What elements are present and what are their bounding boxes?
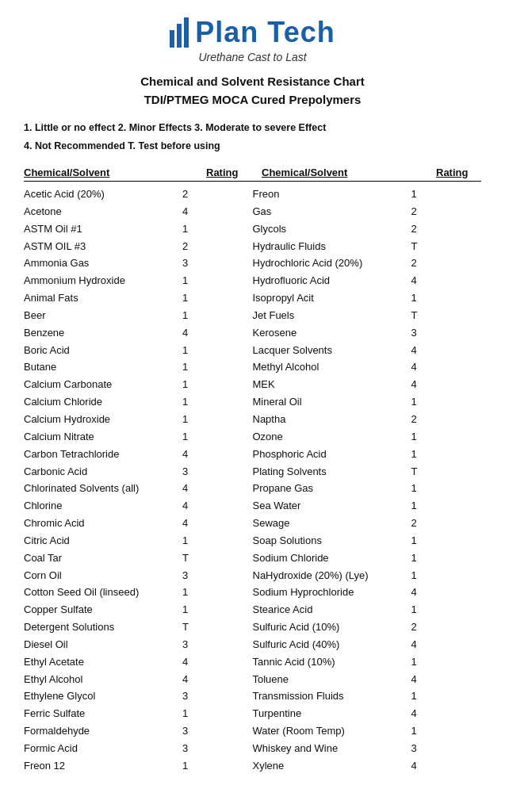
rating-val-right: 2: [411, 620, 459, 635]
chem-name-left: Carbonic Acid: [24, 465, 182, 480]
table-header: Chemical/Solvent Rating Chemical/Solvent…: [24, 167, 481, 182]
table-row: Plating SolventsT: [253, 463, 482, 481]
rating-val-left: T: [182, 551, 230, 566]
chem-name-left: Acetone: [24, 205, 182, 220]
chem-name-left: Copper Sulfate: [24, 603, 182, 618]
rating-val-right: 4: [411, 759, 459, 774]
chem-name-right: Tannic Acid (10%): [253, 655, 411, 670]
rating-val-left: T: [182, 620, 230, 635]
rating-val-right: 1: [411, 447, 459, 462]
chem-name-left: Cotton Seed Oil (linseed): [24, 585, 182, 600]
table-row: ASTM Oil #11: [24, 220, 253, 238]
rating-val-right: 1: [411, 569, 459, 584]
rating-val-right: 1: [411, 187, 459, 202]
header-rating-left: Rating: [206, 167, 262, 178]
rating-val-left: 3: [182, 638, 230, 653]
rating-val-right: 4: [411, 638, 459, 653]
table-row: Sodium Hyprochloride4: [253, 584, 482, 602]
table-row: Lacquer Solvents4: [253, 342, 482, 359]
table-row: Carbonic Acid3: [24, 463, 253, 481]
logo-plan: Plan: [195, 16, 258, 48]
table-row: Calcium Chloride1: [24, 394, 253, 412]
rating-val-left: 3: [182, 465, 230, 480]
chem-name-right: Isopropyl Acit: [253, 291, 411, 306]
table-row: Isopropyl Acit1: [253, 290, 482, 308]
rating-val-left: 1: [182, 222, 230, 237]
rating-val-right: T: [411, 465, 459, 480]
chem-name-right: Sulfuric Acid (10%): [253, 620, 411, 635]
table-row: Acetic Acid (20%)2: [24, 186, 253, 204]
rating-val-right: 2: [411, 222, 459, 237]
table-row: Formic Acid3: [24, 741, 253, 758]
table-row: Hydrofluoric Acid4: [253, 273, 482, 290]
rating-val-left: 1: [182, 430, 230, 445]
table-row: Coal TarT: [24, 550, 253, 567]
table-row: Animal Fats1: [24, 290, 253, 308]
chem-name-left: Ammonium Hydroxide: [24, 274, 182, 289]
legend: 1. Little or no effect 2. Minor Effects …: [24, 120, 481, 155]
chem-name-left: Boric Acid: [24, 343, 182, 358]
table-row: Water (Room Temp)1: [253, 723, 482, 741]
rating-val-right: T: [411, 239, 459, 255]
logo-bars-icon: [170, 17, 189, 48]
table-row: Glycols2: [253, 220, 482, 238]
table-row: Formaldehyde3: [24, 723, 253, 741]
rating-val-right: 3: [411, 741, 459, 756]
table-row: Calcium Carbonate1: [24, 377, 253, 394]
table-row: Ethyl Alcohol4: [24, 671, 253, 688]
table-row: Corn Oil3: [24, 567, 253, 584]
rating-val-left: 3: [182, 256, 230, 271]
page-header: Plan Tech Urethane Cast to Last Chemical…: [24, 16, 481, 109]
left-column: Acetic Acid (20%)2Acetone4ASTM Oil #11AS…: [24, 186, 253, 776]
rating-val-right: T: [411, 308, 459, 324]
chart-title-line1: Chemical and Solvent Resistance Chart: [24, 73, 481, 91]
rating-val-left: 1: [182, 308, 230, 324]
legend-text1: 1. Little or no effect 2. Minor Effects …: [24, 122, 326, 133]
table-row: Sea Water1: [253, 498, 482, 515]
table-row: Sulfuric Acid (40%)4: [253, 636, 482, 653]
table-row: Freon1: [253, 186, 482, 204]
chem-name-right: Sulfuric Acid (40%): [253, 638, 411, 653]
chem-name-right: Soap Solutions: [253, 534, 411, 549]
chem-name-right: NaHydroxide (20%) (Lye): [253, 569, 411, 584]
chem-name-left: Calcium Carbonate: [24, 377, 182, 393]
table-row: Freon 121: [24, 757, 253, 775]
table-row: Toluene4: [253, 671, 482, 688]
table-row: Sodium Chloride1: [253, 550, 482, 567]
table-row: Detergent SolutionsT: [24, 619, 253, 637]
chem-name-right: Phosphoric Acid: [253, 447, 411, 462]
table-row: Acetone4: [24, 203, 253, 220]
rating-val-left: 1: [182, 707, 230, 722]
chem-name-right: Jet Fuels: [253, 308, 411, 324]
table-row: Ethyl Acetate4: [24, 653, 253, 671]
right-column: Freon1Gas2Glycols2Hydraulic FluidsTHydro…: [253, 186, 482, 776]
tagline: Urethane Cast to Last: [24, 51, 481, 63]
rating-val-left: 1: [182, 534, 230, 549]
table-row: Cotton Seed Oil (linseed)1: [24, 584, 253, 602]
rating-val-right: 1: [411, 724, 459, 739]
table-row: Diesel Oil3: [24, 636, 253, 653]
chem-name-right: Toluene: [253, 672, 411, 688]
table-row: Xylene4: [253, 757, 482, 775]
logo-tech: Tech: [258, 16, 335, 48]
table-row: NaHydroxide (20%) (Lye)1: [253, 567, 482, 584]
chem-name-right: Hydrochloric Acid (20%): [253, 256, 411, 271]
chem-name-left: Freon 12: [24, 759, 182, 774]
table-row: Copper Sulfate1: [24, 602, 253, 619]
header-rating-right: Rating: [436, 167, 476, 178]
rating-val-left: 1: [182, 274, 230, 289]
logo-text: Plan Tech: [195, 16, 335, 49]
chem-name-right: Sodium Hyprochloride: [253, 585, 411, 600]
table-row: MEK4: [253, 377, 482, 394]
rating-val-right: 2: [411, 205, 459, 220]
rating-val-right: 4: [411, 672, 459, 688]
rating-val-right: 4: [411, 377, 459, 393]
table-row: Calcium Nitrate1: [24, 428, 253, 446]
chem-name-left: Ammonia Gas: [24, 256, 182, 271]
table-row: Hydrochloric Acid (20%)2: [253, 255, 482, 273]
rating-val-left: 1: [182, 343, 230, 358]
table-row: Benzene4: [24, 324, 253, 342]
chem-name-left: Diesel Oil: [24, 638, 182, 653]
table-row: Tannic Acid (10%)1: [253, 653, 482, 671]
table-row: Ammonium Hydroxide1: [24, 273, 253, 290]
